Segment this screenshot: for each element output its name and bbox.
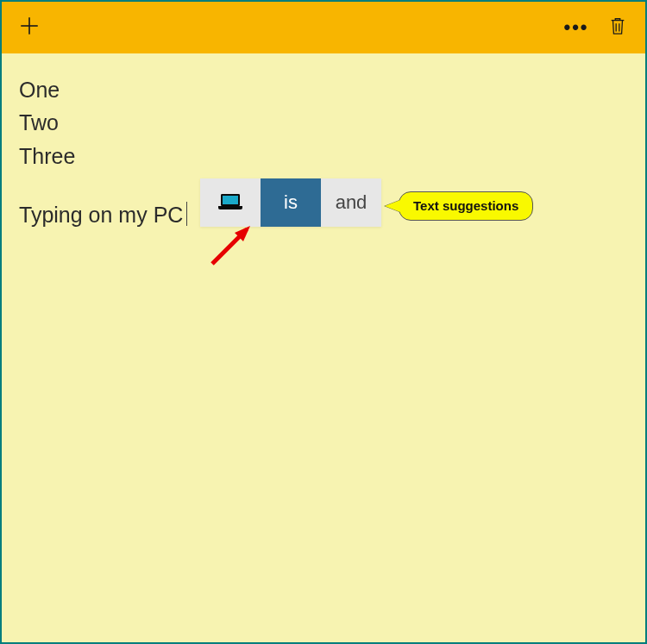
more-options-button[interactable]: ••• (556, 7, 597, 48)
suggestion-emoji[interactable] (200, 178, 261, 227)
note-body[interactable]: One Two Three Typing on my PC is and Tex… (2, 53, 645, 642)
trash-icon (608, 16, 627, 40)
suggestion-word[interactable]: and (321, 178, 381, 227)
callout-tail-icon (385, 200, 400, 212)
plus-icon (18, 15, 41, 41)
note-line: One (19, 74, 628, 105)
annotation-arrow-icon (205, 222, 257, 266)
suggestion-word-selected[interactable]: is (261, 178, 321, 227)
text-cursor (186, 202, 187, 226)
typing-text: Typing on my PC (19, 203, 183, 227)
note-line: Two (19, 107, 628, 138)
note-line: Three (19, 141, 628, 172)
sticky-note-window: ••• One Two Three Typing on my PC (2, 2, 645, 642)
typing-line: Typing on my PC (19, 199, 187, 230)
titlebar: ••• (2, 2, 645, 53)
laptop-icon (218, 194, 242, 211)
text-suggestion-bar: is and (200, 178, 381, 227)
ellipsis-icon: ••• (563, 16, 588, 39)
svg-marker-5 (235, 226, 250, 241)
delete-note-button[interactable] (597, 7, 638, 48)
svg-line-4 (212, 229, 247, 264)
new-note-button[interactable] (9, 7, 50, 48)
